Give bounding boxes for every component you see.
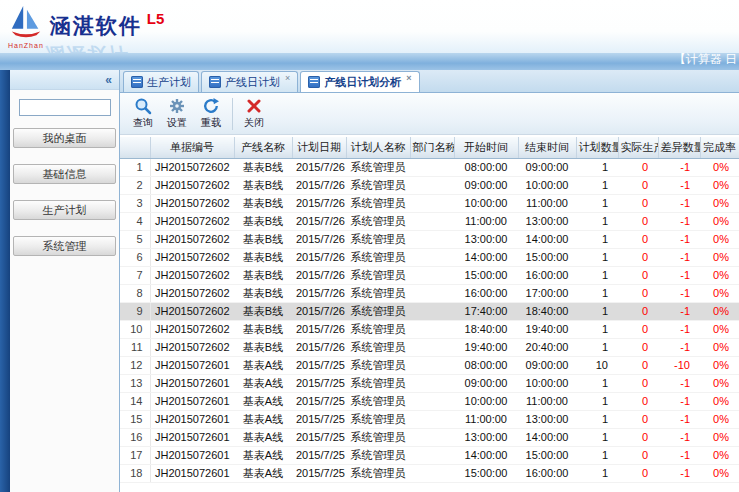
row-number: 3 xyxy=(120,194,150,212)
left-accent-bar xyxy=(0,70,10,492)
table-cell: 基表A线 xyxy=(234,446,292,464)
column-header-4[interactable]: 计划人名称 xyxy=(346,137,410,158)
table-cell: 1 xyxy=(576,374,618,392)
data-grid: 单据编号产线名称计划日期计划人名称部门名称开始时间结束时间计划数量实际生产差异数… xyxy=(120,137,739,492)
table-cell: 0% xyxy=(700,158,739,176)
column-header-1[interactable]: 单据编号 xyxy=(150,137,234,158)
tab-line-daily-plan-analysis[interactable]: 产线日计划分析× xyxy=(300,71,419,92)
table-cell: 0 xyxy=(618,320,658,338)
table-cell: 1 xyxy=(576,410,618,428)
table-cell: 18:40:00 xyxy=(454,320,518,338)
table-row[interactable]: 15JH2015072601基表A线2015/7/25系统管理员11:00:00… xyxy=(120,410,739,428)
tab-close-icon[interactable]: × xyxy=(406,74,411,83)
table-row[interactable]: 7JH2015072602基表B线2015/7/26系统管理员15:00:001… xyxy=(120,266,739,284)
column-header-8[interactable]: 计划数量 xyxy=(576,137,618,158)
table-cell: 2015/7/26 xyxy=(292,176,346,194)
table-cell: 0 xyxy=(618,230,658,248)
sidebar-item-production-plan[interactable]: 生产计划 xyxy=(13,200,116,220)
table-cell: 0 xyxy=(618,176,658,194)
table-row[interactable]: 9JH2015072602基表B线2015/7/26系统管理员17:40:001… xyxy=(120,302,739,320)
row-number: 8 xyxy=(120,284,150,302)
table-row[interactable]: 13JH2015072601基表A线2015/7/25系统管理员09:00:00… xyxy=(120,374,739,392)
table-row[interactable]: 8JH2015072602基表B线2015/7/26系统管理员16:00:001… xyxy=(120,284,739,302)
toolbar-query-button[interactable]: 查询 xyxy=(126,97,160,130)
table-row[interactable]: 17JH2015072601基表A线2015/7/25系统管理员14:00:00… xyxy=(120,446,739,464)
sidebar-item-system-admin[interactable]: 系统管理 xyxy=(13,236,116,256)
table-cell: 0% xyxy=(700,374,739,392)
table-row[interactable]: 6JH2015072602基表B线2015/7/26系统管理员14:00:001… xyxy=(120,248,739,266)
table-cell: 0% xyxy=(700,356,739,374)
table-cell: JH2015072602 xyxy=(150,158,234,176)
table-cell: 2015/7/26 xyxy=(292,320,346,338)
column-header-9[interactable]: 实际生产 xyxy=(618,137,658,158)
table-cell: 基表B线 xyxy=(234,320,292,338)
table-cell xyxy=(410,410,454,428)
table-cell: 1 xyxy=(576,338,618,356)
table-cell: 0 xyxy=(618,464,658,482)
app-logo: HanZhan 涵湛软件 L5 xyxy=(8,4,164,49)
table-cell: 系统管理员 xyxy=(346,356,410,374)
table-cell: 10 xyxy=(576,356,618,374)
toolbar-close-button[interactable]: 关闭 xyxy=(237,97,271,130)
table-row[interactable]: 18JH2015072601基表A线2015/7/25系统管理员15:00:00… xyxy=(120,464,739,482)
toolbar-button-label: 关闭 xyxy=(244,116,264,130)
sidebar-search-input[interactable] xyxy=(19,99,111,116)
table-cell: 0% xyxy=(700,230,739,248)
table-cell: JH2015072602 xyxy=(150,266,234,284)
table-cell: 0% xyxy=(700,338,739,356)
table-cell: 系统管理员 xyxy=(346,410,410,428)
tab-close-icon[interactable]: × xyxy=(285,74,290,83)
table-cell: 系统管理员 xyxy=(346,212,410,230)
table-row[interactable]: 1JH2015072602基表B线2015/7/26系统管理员08:00:000… xyxy=(120,158,739,176)
table-cell: 2015/7/25 xyxy=(292,410,346,428)
table-cell xyxy=(410,356,454,374)
table-cell: 1 xyxy=(576,212,618,230)
table-cell: 14:00:00 xyxy=(518,428,576,446)
toolbar-button-label: 设置 xyxy=(167,116,187,130)
tab-production-plan[interactable]: 生产计划 xyxy=(123,71,199,92)
table-cell: -1 xyxy=(658,284,700,302)
table-cell: 0% xyxy=(700,302,739,320)
header-band: 【计算器 日 xyxy=(0,53,739,70)
column-header-6[interactable]: 开始时间 xyxy=(454,137,518,158)
column-header-11[interactable]: 完成率 xyxy=(700,137,739,158)
table-cell: 0 xyxy=(618,392,658,410)
table-cell: 0% xyxy=(700,392,739,410)
table-row[interactable]: 5JH2015072602基表B线2015/7/26系统管理员13:00:001… xyxy=(120,230,739,248)
sidebar-item-basic-info[interactable]: 基础信息 xyxy=(13,164,116,184)
table-cell: JH2015072601 xyxy=(150,356,234,374)
table-cell: -1 xyxy=(658,158,700,176)
table-cell: -1 xyxy=(658,320,700,338)
table-cell: 基表B线 xyxy=(234,302,292,320)
table-cell: 系统管理员 xyxy=(346,158,410,176)
column-header-10[interactable]: 差异数量 xyxy=(658,137,700,158)
column-header-3[interactable]: 计划日期 xyxy=(292,137,346,158)
table-cell: 0 xyxy=(618,194,658,212)
table-row[interactable]: 4JH2015072602基表B线2015/7/26系统管理员11:00:001… xyxy=(120,212,739,230)
toolbar-settings-button[interactable]: 设置 xyxy=(160,97,194,130)
table-row[interactable]: 16JH2015072601基表A线2015/7/25系统管理员13:00:00… xyxy=(120,428,739,446)
table-cell: 2015/7/25 xyxy=(292,464,346,482)
column-header-2[interactable]: 产线名称 xyxy=(234,137,292,158)
tab-line-daily-plan[interactable]: 产线日计划× xyxy=(201,71,298,92)
table-cell: 基表B线 xyxy=(234,194,292,212)
column-header-7[interactable]: 结束时间 xyxy=(518,137,576,158)
table-row[interactable]: 14JH2015072601基表A线2015/7/25系统管理员10:00:00… xyxy=(120,392,739,410)
table-cell: 13:00:00 xyxy=(518,410,576,428)
table-row[interactable]: 10JH2015072602基表B线2015/7/26系统管理员18:40:00… xyxy=(120,320,739,338)
table-cell: 15:00:00 xyxy=(518,446,576,464)
table-cell: 系统管理员 xyxy=(346,446,410,464)
table-row[interactable]: 3JH2015072602基表B线2015/7/26系统管理员10:00:001… xyxy=(120,194,739,212)
table-cell: 1 xyxy=(576,194,618,212)
table-cell: 11:00:00 xyxy=(454,410,518,428)
sidebar-item-my-desktop[interactable]: 我的桌面 xyxy=(13,128,116,148)
app-title: 涵湛软件 xyxy=(50,12,142,40)
sidebar-collapse-button[interactable]: « xyxy=(10,70,119,90)
table-row[interactable]: 2JH2015072602基表B线2015/7/26系统管理员09:00:001… xyxy=(120,176,739,194)
table-row[interactable]: 12JH2015072601基表A线2015/7/25系统管理员08:00:00… xyxy=(120,356,739,374)
table-row[interactable]: 11JH2015072602基表B线2015/7/26系统管理员19:40:00… xyxy=(120,338,739,356)
toolbar-reload-button[interactable]: 重载 xyxy=(194,97,228,130)
column-header-5[interactable]: 部门名称 xyxy=(410,137,454,158)
table-cell: 09:00:00 xyxy=(518,356,576,374)
row-number: 12 xyxy=(120,356,150,374)
